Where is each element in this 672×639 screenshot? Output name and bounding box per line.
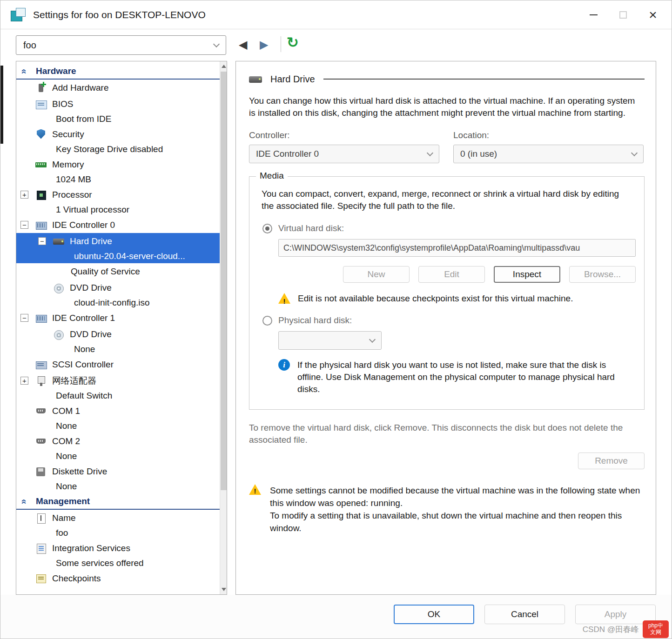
back-button[interactable]: ◀ <box>239 38 247 51</box>
expander-icon[interactable]: − <box>38 237 46 245</box>
processor-icon <box>35 189 47 201</box>
tree-item-bios[interactable]: BIOS <box>16 96 220 112</box>
tree-item-detail: Boot from IDE <box>16 112 220 126</box>
expander-icon[interactable]: − <box>20 314 28 322</box>
ok-button[interactable]: OK <box>394 605 474 624</box>
edit-warning-text: Edit is not available because checkpoint… <box>298 293 573 304</box>
panel-header: Hard Drive <box>249 73 645 85</box>
toolbar: foo ◀ ▶ ↻ <box>0 29 672 61</box>
tree-item-label: Quality of Service <box>71 266 140 277</box>
tree-item-memory[interactable]: Memory <box>16 156 220 173</box>
tree-item-label: IDE Controller 0 <box>52 220 115 230</box>
tree-item-add-hardware[interactable]: Add Hardware <box>16 80 220 96</box>
section-label: Management <box>36 496 90 506</box>
chevron-down-icon <box>369 336 376 342</box>
warning-mark: ! <box>249 487 261 495</box>
tree-item-detail: 1024 MB <box>16 173 220 186</box>
location-select[interactable]: 0 (in use) <box>453 145 644 163</box>
state-warning-row: ! Some settings cannot be modified becau… <box>249 484 645 534</box>
collapse-section-icon[interactable]: « <box>19 69 30 74</box>
controller-label: Controller: <box>249 130 439 140</box>
edit-warning-row: ! Edit is not available because checkpoi… <box>278 293 632 304</box>
toolbar-separator <box>281 36 281 52</box>
maximize-button[interactable] <box>608 0 638 29</box>
virtual-hard-disk-radio[interactable] <box>262 224 272 233</box>
minimize-button[interactable] <box>578 0 608 29</box>
tree-item-checkpoints[interactable]: Checkpoints <box>16 570 220 586</box>
physical-hard-disk-option: Physical hard disk: <box>262 315 632 326</box>
tree-item-integration-services[interactable]: Integration Services <box>16 540 220 556</box>
tree-item-processor[interactable]: + Processor <box>16 186 220 203</box>
tree-item-detail: Key Storage Drive disabled <box>16 142 220 156</box>
refresh-button[interactable]: ↻ <box>287 34 299 51</box>
page-title: Hard Drive <box>270 74 315 85</box>
tree-item-ide-controller-0[interactable]: − IDE Controller 0 <box>16 217 220 233</box>
media-group: Media You can compact, convert, expand, … <box>249 176 645 410</box>
dvd-drive-icon <box>53 282 65 294</box>
virtual-hard-disk-option: Virtual hard disk: <box>262 223 632 233</box>
close-button[interactable]: × <box>638 0 668 29</box>
tree-section-management[interactable]: « Management <box>16 493 220 510</box>
controller-location-row: Controller: IDE Controller 0 Location: 0… <box>249 130 645 163</box>
physical-disk-info-row: i If the physical hard disk you want to … <box>278 359 632 395</box>
expander-icon[interactable]: − <box>20 221 28 229</box>
scroll-up-icon[interactable] <box>222 65 226 68</box>
tree-item-label: Security <box>52 129 84 140</box>
cancel-button[interactable]: Cancel <box>484 605 565 624</box>
dvd-drive-icon <box>53 328 65 340</box>
scsi-controller-icon <box>35 359 47 371</box>
location-value: 0 (in use) <box>460 149 497 159</box>
tree-item-diskette-drive[interactable]: Diskette Drive <box>16 463 220 479</box>
tree-item-label: SCSI Controller <box>52 359 114 370</box>
physical-disk-select[interactable] <box>278 331 382 350</box>
browse-button[interactable]: Browse... <box>569 266 636 283</box>
remove-button[interactable]: Remove <box>578 453 645 469</box>
physical-disk-info-text: If the physical hard disk you want to us… <box>297 359 628 395</box>
tree-item-network-adapter[interactable]: + 网络适配器 <box>16 373 220 389</box>
vm-selector-dropdown[interactable]: foo <box>16 35 226 55</box>
chevron-down-icon <box>631 149 638 156</box>
scrollbar-thumb[interactable] <box>221 72 227 490</box>
collapse-section-icon[interactable]: « <box>19 499 30 504</box>
title-bar: Settings for foo on DESKTOP-LENOVO × <box>0 0 672 29</box>
controller-select[interactable]: IDE Controller 0 <box>249 145 439 163</box>
tree-item-detail: None <box>16 449 220 463</box>
forward-button[interactable]: ▶ <box>260 38 268 51</box>
controller-field: Controller: IDE Controller 0 <box>249 130 439 163</box>
tree-item-dvd-drive-2[interactable]: DVD Drive <box>16 326 220 342</box>
tree-item-detail: None <box>16 479 220 493</box>
tree-item-ide-controller-1[interactable]: − IDE Controller 1 <box>16 310 220 326</box>
tree-item-security[interactable]: Security <box>16 126 220 142</box>
info-icon: i <box>278 359 290 371</box>
tree-item-hard-drive[interactable]: − Hard Drive <box>16 233 220 249</box>
virtual-disk-path-input[interactable] <box>278 239 636 257</box>
tree-item-detail: cloud-init-config.iso <box>16 296 220 310</box>
tree-item-com-2[interactable]: COM 2 <box>16 433 220 449</box>
edit-button[interactable]: Edit <box>418 266 485 283</box>
location-label: Location: <box>453 130 644 140</box>
tree-item-quality-of-service[interactable]: Quality of Service <box>16 263 220 280</box>
tree-item-scsi-controller[interactable]: SCSI Controller <box>16 356 220 373</box>
new-button[interactable]: New <box>343 266 410 283</box>
dialog-footer: OK Cancel Apply CSDN @田春峰 php中文网 <box>0 595 672 639</box>
integration-services-icon <box>35 542 47 554</box>
physical-hard-disk-radio[interactable] <box>262 316 272 326</box>
hyperv-settings-app-icon <box>11 8 26 22</box>
remove-note: To remove the virtual hard disk, click R… <box>249 422 635 446</box>
expander-icon[interactable]: + <box>20 377 28 385</box>
scroll-down-icon[interactable] <box>222 588 226 591</box>
tree-item-name[interactable]: Name <box>16 510 220 526</box>
memory-icon <box>35 159 47 171</box>
expander-icon[interactable]: + <box>20 191 28 199</box>
tree-scrollbar[interactable] <box>220 61 227 594</box>
inspect-button[interactable]: Inspect <box>494 266 560 283</box>
tree-item-label: Hard Drive <box>70 236 112 246</box>
checkpoints-icon <box>35 572 47 585</box>
diskette-drive-icon <box>35 466 47 478</box>
watermark: CSDN @田春峰 php中文网 <box>583 620 669 638</box>
window-title: Settings for foo on DESKTOP-LENOVO <box>33 9 206 20</box>
tree-item-dvd-drive[interactable]: DVD Drive <box>16 280 220 296</box>
tree-item-com-1[interactable]: COM 1 <box>16 403 220 419</box>
tree-section-hardware[interactable]: « Hardware <box>16 63 220 80</box>
shield-icon <box>35 128 47 140</box>
